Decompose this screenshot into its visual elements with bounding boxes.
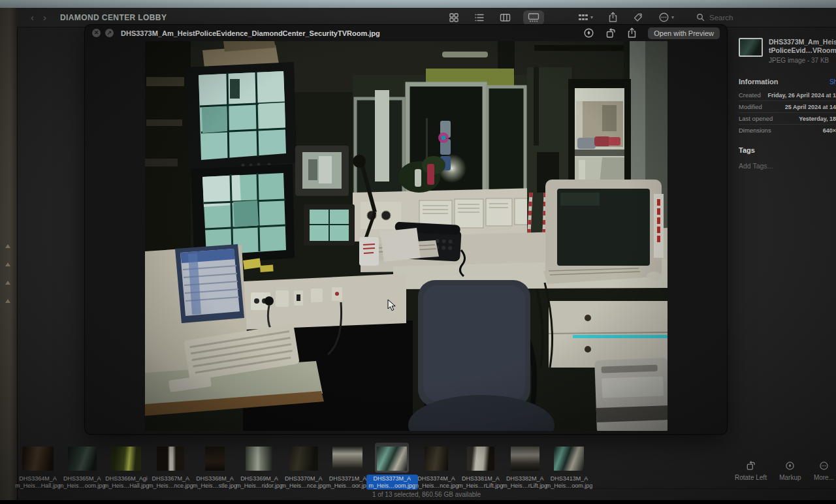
gallery-view-button[interactable] <box>523 10 544 25</box>
open-with-preview-button[interactable]: Open with Preview <box>648 27 720 39</box>
icon-view-button[interactable] <box>446 10 462 25</box>
thumbnail-image <box>246 447 273 471</box>
more-toolbar-button[interactable]: ▾ <box>656 10 677 25</box>
thumbnail-image <box>289 447 318 471</box>
quicklook-filename: DHS3373M_Am_HeistPoliceEvidence_DiamondC… <box>121 29 380 37</box>
thumbnail-image <box>467 447 494 471</box>
filmstrip-item-7[interactable]: DHS3370M_Am_Heis…nce.jpg <box>281 443 326 490</box>
left-edge-arrow-icon <box>5 262 10 266</box>
column-view-button[interactable] <box>497 10 513 25</box>
thumbnail-image <box>511 447 539 471</box>
filmstrip-item-1[interactable]: DHS3364M_Am_Heis…Hall.jpg <box>16 443 60 490</box>
filmstrip: DHS3364M_Am_Heis…Hall.jpg DHS3365M_Am_He… <box>16 443 591 490</box>
filmstrip-item-2[interactable]: DHS3365M_Am_Heis…oom.jpg <box>60 443 104 490</box>
thumbnail-image <box>111 447 141 471</box>
status-bar: 1 of 13 selected, 860.56 GB available <box>17 488 836 500</box>
filmstrip-item-9-selected[interactable]: DHS3373M_Am_Heis…oom.jpg <box>370 443 414 490</box>
tags-button[interactable] <box>630 10 646 25</box>
quick-actions: Rotate Left Markup More... <box>735 461 834 481</box>
rotate-icon[interactable] <box>605 28 616 39</box>
search-icon <box>696 13 705 22</box>
info-row-last-opened: Last opened Yesterday, 18 <box>739 112 836 124</box>
share-icon <box>608 12 618 23</box>
search-field[interactable] <box>696 13 827 22</box>
quicklook-zoom-icon[interactable]: ↗ <box>105 29 114 37</box>
gallery-icon <box>528 12 539 23</box>
info-row-dimensions: Dimensions 640× <box>739 124 836 136</box>
group-by-button[interactable]: ▾ <box>575 10 596 25</box>
quicklook-panel: ✕ ↗ DHS3373M_Am_HeistPoliceEvidence_Diam… <box>85 25 727 434</box>
sidebar-filename-line1: DHS3373M_Am_Heis <box>769 38 836 46</box>
filmstrip-item-10[interactable]: DHS3374M_Am_Heis…nce.jpg <box>414 443 458 490</box>
status-text: 1 of 13 selected, 860.56 GB available <box>372 491 481 498</box>
filmstrip-item-6[interactable]: DHS3369M_Am_Heis…ridor.jpg <box>237 443 281 490</box>
thumbnail-image <box>205 447 225 471</box>
more-button[interactable]: More... <box>814 461 834 481</box>
share-button[interactable] <box>605 10 620 25</box>
info-row-modified: Modified 25 April 2024 at 14 <box>739 101 836 112</box>
information-header: Information <box>739 78 779 86</box>
file-meta: JPEG image - 37 KB <box>769 57 836 64</box>
left-edge-arrow-icon <box>5 244 10 248</box>
file-thumbnail <box>739 38 763 57</box>
filmstrip-item-12[interactable]: DHS3382M_Am_Heis…rLift.jpg <box>503 443 547 490</box>
filmstrip-item-5[interactable]: DHS3368M_Am_Heis…stle.jpg <box>193 443 237 490</box>
sidebar-filename-line2: tPoliceEvid…VRoom.jp <box>769 46 836 55</box>
left-edge-arrow-icon <box>5 299 10 303</box>
scene-top-edge <box>0 0 836 8</box>
thumbnail-image <box>68 447 97 471</box>
preview-photo-security-tv-room[interactable] <box>145 41 667 431</box>
back-chevron-icon[interactable]: ‹ <box>26 12 39 23</box>
quicklook-header: ✕ ↗ DHS3373M_Am_HeistPoliceEvidence_Diam… <box>85 25 727 41</box>
list-icon <box>474 12 485 23</box>
thumbnail-image <box>157 447 184 471</box>
list-view-button[interactable] <box>472 10 487 25</box>
filmstrip-item-4[interactable]: DHS3367M_Am_Heis…nce.jpg <box>148 443 193 490</box>
window-title: DIAMOND CENTER LOBBY <box>60 13 167 22</box>
photo-illustration <box>145 41 667 431</box>
forward-chevron-icon[interactable]: › <box>39 12 51 23</box>
thumbnail-image <box>22 447 54 471</box>
add-tags-field[interactable]: Add Tags... <box>739 162 836 170</box>
share-icon[interactable] <box>627 27 637 39</box>
info-row-created: Created Friday, 26 April 2024 at 1 <box>739 89 836 101</box>
scene-left-edge <box>0 8 17 500</box>
left-edge-arrow-icon <box>5 281 10 285</box>
rotate-left-icon <box>746 461 756 471</box>
filmstrip-item-3[interactable]: DHS3366M_Agim_Heis…Hall.jpg <box>104 443 149 490</box>
more-icon <box>819 461 829 471</box>
search-input[interactable] <box>708 13 812 22</box>
ellipsis-circle-icon <box>658 12 669 23</box>
chevron-down-icon: ▾ <box>671 14 674 20</box>
info-sidebar: DHS3373M_Am_Heis tPoliceEvid…VRoom.jp JP… <box>739 38 836 170</box>
markup-icon <box>785 461 795 471</box>
filmstrip-item-8[interactable]: DHS3371M_Am_Heis…oor.jpg <box>326 443 370 490</box>
tags-header: Tags <box>739 146 836 154</box>
thumbnail-image <box>425 447 448 471</box>
grid-icon <box>449 12 459 23</box>
chevron-down-icon: ▾ <box>590 14 593 20</box>
filmstrip-item-13[interactable]: DHS3413M_Am_Heis…oom.jpg <box>547 443 592 490</box>
columns-icon <box>500 12 511 23</box>
filmstrip-item-11[interactable]: DHS3381M_Am_Heis…rLift.jpg <box>458 443 503 490</box>
group-grid-icon <box>578 12 588 23</box>
thumbnail-image <box>332 447 362 471</box>
show-more-link[interactable]: Show M <box>829 78 836 86</box>
markup-button[interactable]: Markup <box>779 461 801 481</box>
markup-icon[interactable] <box>583 27 594 39</box>
tag-icon <box>633 12 643 23</box>
thumbnail-image <box>377 447 407 471</box>
thumbnail-image <box>554 447 584 471</box>
rotate-left-button[interactable]: Rotate Left <box>735 461 767 481</box>
quicklook-close-icon[interactable]: ✕ <box>92 29 101 37</box>
